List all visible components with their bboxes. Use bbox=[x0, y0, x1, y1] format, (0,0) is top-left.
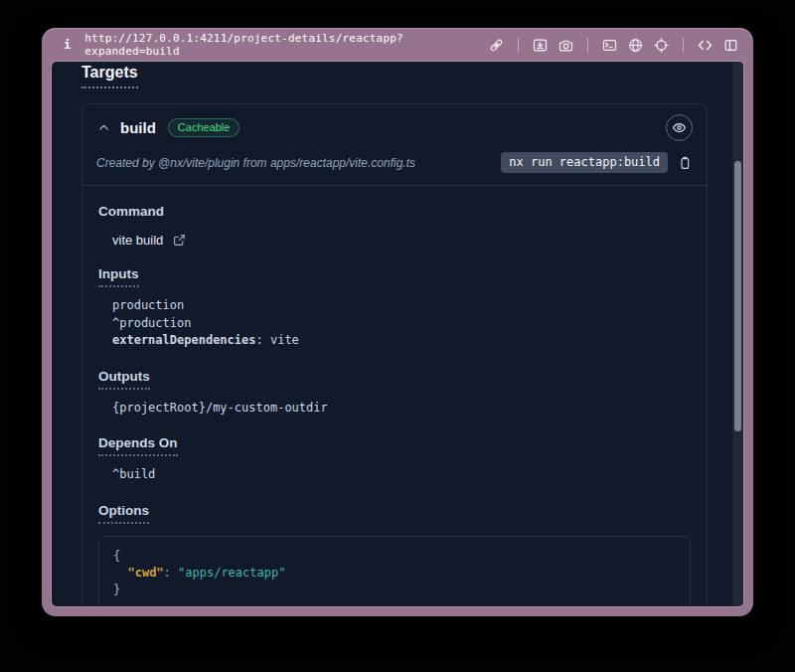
toolbar-divider bbox=[518, 38, 519, 53]
external-link-icon[interactable] bbox=[172, 234, 186, 248]
command-value: vite build bbox=[112, 233, 163, 248]
app-window: i http://127.0.0.1:4211/project-details/… bbox=[42, 28, 753, 616]
inputs-heading: Inputs bbox=[98, 266, 139, 287]
toolbar-divider bbox=[587, 38, 588, 53]
split-panel-icon[interactable] bbox=[722, 37, 739, 54]
outputs-heading: Outputs bbox=[98, 369, 150, 390]
page-title: Targets bbox=[81, 64, 138, 88]
webview-content: Targets build Cacheable bbox=[52, 62, 743, 606]
target-card-build: build Cacheable Created by @nx/vite/plug… bbox=[81, 103, 708, 606]
depends-on-heading: Depends On bbox=[98, 435, 178, 456]
input-item: ^production bbox=[112, 315, 691, 333]
toolbar-actions bbox=[488, 37, 739, 54]
section-options: Options { "cwd": "apps/reactapp" } bbox=[98, 501, 691, 607]
download-icon[interactable] bbox=[532, 37, 549, 54]
target-name: build bbox=[120, 119, 156, 136]
command-heading: Command bbox=[98, 204, 164, 223]
input-key: externalDependencies bbox=[112, 333, 256, 347]
browser-toolbar: i http://127.0.0.1:4211/project-details/… bbox=[52, 28, 743, 62]
link-icon[interactable] bbox=[488, 37, 505, 54]
crosshair-icon[interactable] bbox=[653, 37, 670, 54]
code-icon[interactable] bbox=[697, 37, 714, 54]
project-details-page: Targets build Cacheable bbox=[52, 62, 743, 606]
json-separator: : bbox=[164, 566, 178, 580]
json-property: "cwd": "apps/reactapp" bbox=[113, 565, 676, 582]
globe-icon[interactable] bbox=[627, 37, 644, 54]
created-by-text: Created by @nx/vite/plugin from apps/rea… bbox=[96, 156, 415, 170]
section-command: Command vite build bbox=[98, 202, 691, 248]
target-details: Command vite build bbox=[82, 186, 707, 606]
cacheable-badge: Cacheable bbox=[168, 118, 240, 137]
options-json-block: { "cwd": "apps/reactapp" } bbox=[98, 536, 691, 607]
section-outputs: Outputs {projectRoot}/my-custom-outdir bbox=[98, 367, 691, 418]
input-item: production bbox=[112, 297, 691, 315]
scrollbar-track[interactable] bbox=[732, 62, 743, 606]
target-header-build[interactable]: build Cacheable Created by @nx/vite/plug… bbox=[82, 104, 707, 186]
terminal-icon[interactable] bbox=[601, 37, 618, 54]
json-open-brace: { bbox=[113, 548, 676, 565]
chevron-up-icon[interactable] bbox=[96, 120, 111, 135]
url-text[interactable]: http://127.0.0.1:4211/project-details/re… bbox=[84, 32, 488, 58]
run-command-chip[interactable]: nx run reactapp:build bbox=[501, 152, 668, 173]
json-value: "apps/reactapp" bbox=[178, 566, 285, 580]
copy-icon[interactable] bbox=[677, 155, 693, 171]
section-depends-on: Depends On ^build bbox=[98, 433, 691, 484]
info-icon: i bbox=[64, 38, 71, 52]
depends-on-item: ^build bbox=[112, 466, 691, 484]
input-item: externalDependencies: vite bbox=[112, 332, 691, 350]
output-item: {projectRoot}/my-custom-outdir bbox=[112, 400, 691, 418]
toolbar-divider bbox=[683, 38, 684, 53]
camera-icon[interactable] bbox=[557, 37, 574, 54]
json-close-brace: } bbox=[113, 582, 676, 598]
json-key: "cwd" bbox=[127, 566, 163, 580]
scrollbar-thumb[interactable] bbox=[734, 161, 741, 431]
section-inputs: Inputs production ^production externalDe… bbox=[98, 264, 691, 350]
input-value: : vite bbox=[256, 333, 299, 347]
view-target-button[interactable] bbox=[666, 114, 693, 141]
options-heading: Options bbox=[98, 503, 149, 524]
